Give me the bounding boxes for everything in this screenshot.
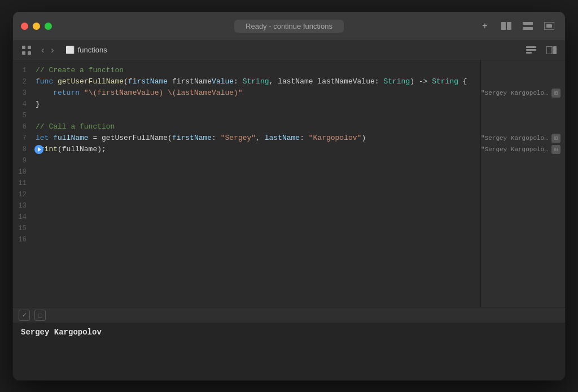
svg-rect-2 [523,22,533,25]
app-window: Ready - continue functions + [12,11,566,381]
results-sidebar: "Sergey Kargopolov" "Sergey Kargopolov" … [480,60,565,307]
code-line-13: 13 [13,200,480,212]
layout-btn-1[interactable] [498,18,514,34]
nav-forward-btn[interactable]: › [49,44,56,56]
result-line-1 [481,65,565,76]
layout-btn-3[interactable] [541,18,557,34]
authors-icon [526,46,536,54]
result-line-12 [481,189,565,200]
code-line-15: 15 [13,223,480,234]
status-pill: Ready - continue functions [234,20,344,33]
code-line-12: 12 [13,189,480,200]
line-num-3: 3 [13,87,36,99]
add-icon: + [482,21,487,31]
line-num-7: 7 [13,133,36,144]
code-line-9: 9 [13,155,480,166]
svg-rect-9 [28,51,31,55]
line-num-1: 1 [13,65,36,76]
secondary-bar-right [523,42,559,58]
line-num-4: 4 [13,99,36,110]
line-content-8: print(fullName); [36,144,480,155]
line-content-6: // Call a function [36,121,480,133]
console-clear-btn[interactable]: □ [34,310,46,321]
console-text: Sergey Kargopolov [21,328,102,337]
result-line-10 [481,166,565,178]
result-line-6 [481,121,565,133]
svg-rect-12 [526,52,532,54]
result-line-4 [481,99,565,110]
result-line-13 [481,200,565,212]
code-line-8: 8 print(fullName); [13,144,480,155]
authors-btn[interactable] [523,42,539,58]
status-text: Ready - continue functions [246,22,332,30]
line-content-4: } [36,99,480,110]
title-bar-right: + [477,18,557,34]
code-line-4: 4 } [13,99,480,110]
svg-rect-11 [526,49,536,51]
line-content-3: return "\(firstNameValue) \(lastNameValu… [36,87,480,99]
result-text-3: "Sergey Kargopolov" [481,90,549,96]
add-button[interactable]: + [477,18,493,34]
svg-rect-8 [22,51,25,55]
line-num-6: 6 [13,121,36,133]
console-clear-icon: □ [38,312,42,319]
svg-rect-13 [546,46,552,54]
line-num-5: 5 [13,110,36,121]
title-bar: Ready - continue functions + [13,12,565,40]
code-line-11: 11 [13,178,480,189]
result-icon-3[interactable] [551,89,561,98]
svg-rect-5 [546,24,552,28]
bottom-panel: ✓ □ Sergey Kargopolov [13,307,565,380]
console-toggle-btn[interactable]: ✓ [19,310,30,321]
code-line-5: 5 [13,110,480,121]
main-content: 1 // Create a function 2 func getUserFul… [13,60,565,307]
result-icon-7[interactable] [551,134,561,143]
file-tab[interactable]: ⬜ functions [61,45,112,55]
console-output: Sergey Kargopolov [13,323,565,380]
result-line-8: "Sergey Kargopolov\n" [481,144,565,155]
svg-rect-3 [523,27,533,30]
result-line-7: "Sergey Kargopolov" [481,133,565,144]
layout-icon-3 [544,22,554,30]
inspector-btn[interactable] [544,42,559,58]
layout-icon-1 [501,22,511,30]
svg-rect-10 [526,46,536,48]
result-line-14 [481,212,565,223]
grid-view-btn[interactable] [19,42,34,58]
result-icon-8[interactable] [551,145,561,154]
code-line-14: 14 [13,212,480,223]
code-line-7: 7 let fullName = getUserFullName(firstNa… [13,133,480,144]
result-text-8: "Sergey Kargopolov\n" [481,146,549,153]
code-line-10: 10 [13,166,480,178]
maximize-button[interactable] [45,23,52,30]
inspector-icon [546,46,557,54]
code-line-16: 16 [13,234,480,245]
result-line-11 [481,178,565,189]
bottom-toolbar: ✓ □ [13,307,565,323]
code-editor[interactable]: 1 // Create a function 2 func getUserFul… [13,60,480,307]
result-line-16 [481,234,565,245]
grid-icon [22,46,31,55]
svg-rect-1 [507,22,511,30]
console-toggle-icon: ✓ [22,311,27,319]
code-line-6: 6 // Call a function [13,121,480,133]
layout-icon-2 [523,22,533,30]
minimize-button[interactable] [33,23,40,30]
line-num-2: 2 [13,76,36,87]
status-area: Ready - continue functions [234,20,344,33]
result-line-3: "Sergey Kargopolov" [481,87,565,99]
svg-rect-6 [22,46,25,49]
run-indicator[interactable] [34,145,43,154]
svg-rect-0 [501,22,506,30]
close-button[interactable] [21,23,28,30]
result-text-7: "Sergey Kargopolov" [481,135,549,142]
layout-btn-2[interactable] [520,18,536,34]
code-line-2: 2 func getUserFullName(firstName firstNa… [13,76,480,87]
result-line-2 [481,76,565,87]
line-num-8: 8 [13,144,36,155]
result-line-9 [481,155,565,166]
secondary-toolbar: ‹ › ⬜ functions [13,40,565,60]
nav-back-btn[interactable]: ‹ [39,44,46,56]
svg-rect-7 [28,46,31,49]
nav-buttons: ‹ › [39,44,56,56]
